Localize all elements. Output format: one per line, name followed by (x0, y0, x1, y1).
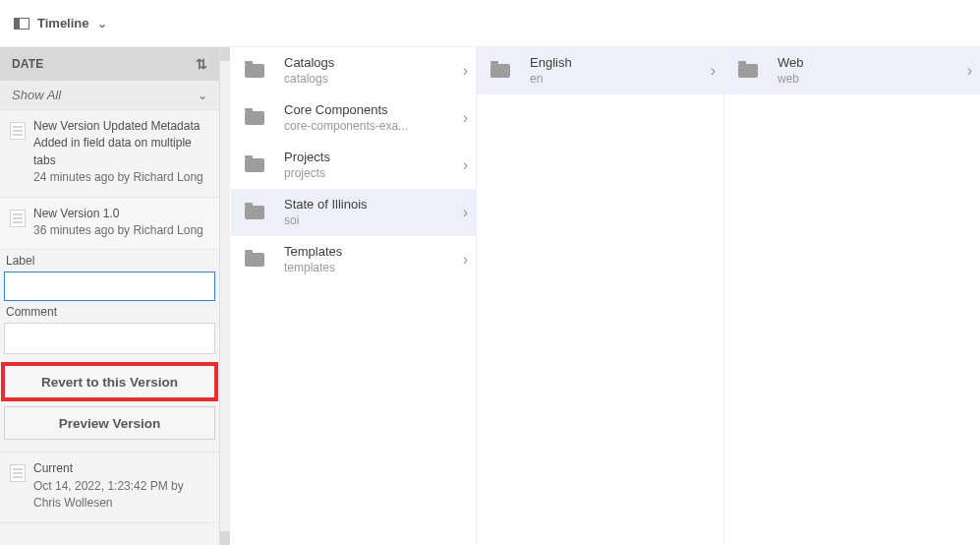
comment-input[interactable] (4, 323, 215, 354)
version-meta: 36 minutes ago by Richard Long (33, 222, 203, 239)
folder-slug: core-components-exa... (284, 119, 463, 134)
version-desc: Added in field data on multiple tabs (33, 135, 209, 169)
version-title: Current (33, 460, 209, 477)
folder-title: English (530, 55, 711, 71)
folder-row[interactable]: Templatestemplates› (231, 236, 476, 283)
version-item[interactable]: New Version 1.0 36 minutes ago by Richar… (0, 198, 219, 251)
chevron-right-icon: › (711, 62, 716, 80)
current-version-item[interactable]: Current Oct 14, 2022, 1:23:42 PM by Chri… (0, 453, 219, 522)
column-1: Catalogscatalogs›Core Componentscore-com… (231, 47, 477, 545)
folder-slug: projects (284, 166, 463, 181)
folder-row[interactable]: State of Illinoissoi› (231, 189, 476, 236)
comment-field-label: Comment (6, 305, 213, 319)
folder-slug: web (778, 72, 967, 87)
revert-button[interactable]: Revert to this Version (4, 365, 215, 398)
folder-icon (490, 64, 510, 78)
folder-row[interactable]: Webweb› (724, 47, 980, 94)
folder-title: Projects (284, 150, 463, 165)
folder-slug: en (530, 72, 711, 87)
label-field-label: Label (6, 254, 213, 268)
column-2: Englishen› (477, 47, 724, 545)
folder-title: Web (778, 55, 967, 71)
folder-labels: Templatestemplates (284, 244, 463, 274)
folder-row[interactable]: Catalogscatalogs› (231, 47, 476, 94)
folder-labels: Core Componentscore-components-exa... (284, 102, 463, 133)
scrollbar-arrow-up-icon (220, 47, 230, 61)
chevron-right-icon: › (463, 204, 468, 221)
column-3: Webweb› (724, 47, 980, 545)
filter-label: Show All (12, 88, 61, 102)
version-title: New Version Updated Metadata (33, 118, 209, 135)
folder-row[interactable]: Core Componentscore-components-exa...› (231, 94, 476, 142)
folder-title: Templates (284, 244, 463, 260)
sort-icon: ⇅ (196, 56, 207, 72)
folder-icon (245, 158, 264, 172)
label-input[interactable] (4, 272, 215, 301)
scrollbar-arrow-down-icon (220, 531, 230, 545)
folder-title: Catalogs (284, 55, 463, 71)
column-browser: Catalogscatalogs›Core Componentscore-com… (220, 47, 980, 545)
chevron-right-icon: › (463, 156, 468, 174)
chevron-right-icon: › (967, 62, 972, 80)
version-text: New Version 1.0 36 minutes ago by Richar… (33, 206, 203, 240)
chevron-right-icon: › (463, 109, 468, 127)
timeline-label: Timeline (37, 16, 89, 30)
page-icon (10, 464, 26, 482)
chevron-down-icon: ⌄ (198, 89, 207, 102)
timeline-dropdown[interactable]: Timeline ⌄ (14, 16, 107, 30)
folder-icon (245, 206, 264, 219)
page-icon (10, 122, 26, 140)
folder-row[interactable]: Englishen› (477, 47, 723, 94)
folder-labels: Catalogscatalogs (284, 55, 463, 86)
page-icon (10, 210, 26, 227)
version-meta: 24 minutes ago by Richard Long (33, 169, 209, 186)
folder-icon (245, 64, 264, 78)
folder-icon (245, 111, 264, 125)
folder-labels: State of Illinoissoi (284, 197, 463, 227)
version-form: Label Comment Revert to this Version Pre… (0, 254, 219, 453)
folder-labels: Webweb (778, 55, 967, 86)
folder-icon (245, 253, 264, 267)
version-title: New Version 1.0 (33, 206, 203, 222)
version-meta: Oct 14, 2022, 1:23:42 PM by Chris Wolles… (33, 478, 209, 513)
folder-slug: soi (284, 213, 463, 228)
version-text: New Version Updated Metadata Added in fi… (33, 118, 209, 187)
date-header-label: DATE (12, 57, 44, 71)
folder-icon (738, 64, 758, 78)
folder-row[interactable]: Projectsprojects› (231, 142, 476, 189)
chevron-right-icon: › (463, 251, 468, 269)
folder-title: Core Components (284, 102, 463, 118)
chevron-down-icon: ⌄ (97, 17, 107, 30)
folder-slug: templates (284, 261, 463, 275)
sidebar-scrollbar[interactable] (219, 47, 230, 545)
preview-button[interactable]: Preview Version (4, 406, 215, 440)
chevron-right-icon: › (463, 62, 468, 80)
folder-slug: catalogs (284, 72, 463, 87)
folder-labels: Englishen (530, 55, 711, 86)
version-item[interactable]: New Version Updated Metadata Added in fi… (0, 110, 219, 198)
folder-title: State of Illinois (284, 197, 463, 212)
timeline-panel-icon (14, 18, 29, 30)
filter-dropdown[interactable]: Show All ⌄ (0, 81, 219, 110)
version-text: Current Oct 14, 2022, 1:23:42 PM by Chri… (33, 460, 209, 512)
date-sort-header[interactable]: DATE ⇅ (0, 47, 219, 81)
timeline-sidebar: DATE ⇅ Show All ⌄ New Version Updated Me… (0, 47, 220, 545)
folder-labels: Projectsprojects (284, 150, 463, 180)
